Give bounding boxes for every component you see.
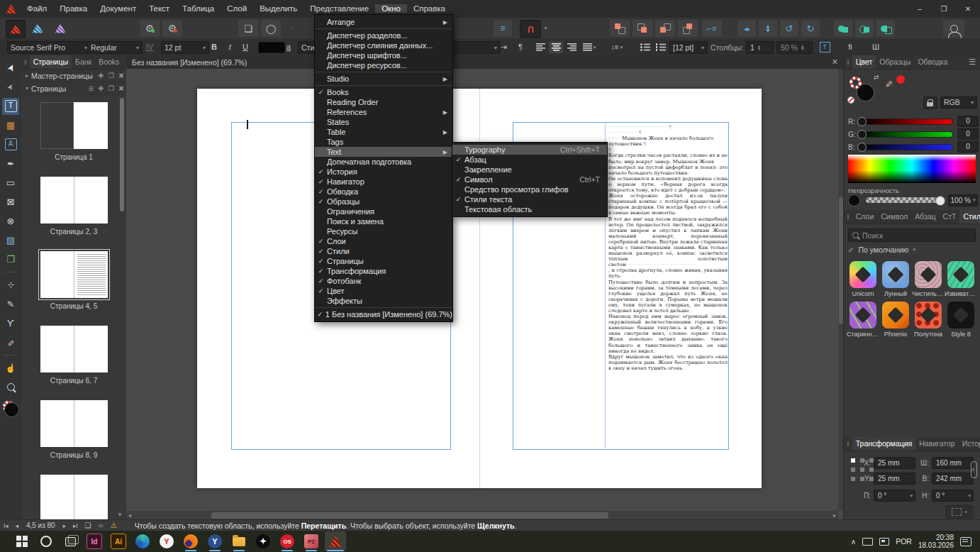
- page-thumbnail[interactable]: [40, 400, 108, 447]
- collapse-arrow-icon[interactable]: ▸: [21, 72, 31, 79]
- menubar-item-правка[interactable]: Правка: [53, 4, 94, 13]
- menu-item-обводка[interactable]: ✓Обводка: [315, 187, 452, 197]
- alignment-button[interactable]: ⌐≡: [702, 20, 722, 37]
- link-dimensions-icon[interactable]: [971, 461, 977, 478]
- numbered-list-button[interactable]: [654, 41, 668, 53]
- menubar-item-окно[interactable]: Окно: [375, 4, 407, 13]
- slider-knob[interactable]: [857, 117, 867, 126]
- menu-item-стили-текста[interactable]: ✓Стили текста: [452, 194, 607, 204]
- page-list-item[interactable]: Страницы 10, 11: [40, 475, 108, 520]
- font-family-select[interactable]: Source Serif Pro▾: [7, 41, 91, 54]
- opacity-value[interactable]: 100 %▾: [948, 194, 978, 206]
- menubar-item-выделить[interactable]: Выделить: [253, 4, 304, 13]
- menu-item-ограничения[interactable]: Ограничения: [315, 206, 452, 216]
- menu-item-слои[interactable]: ✓Слои: [315, 236, 452, 246]
- tab-слои[interactable]: Слои: [852, 210, 878, 223]
- style-swatch-извиваться[interactable]: Извиваться: [945, 261, 977, 297]
- frame-text-tool[interactable]: T: [2, 98, 19, 115]
- leading-button[interactable]: ↕≡▾: [607, 41, 627, 53]
- style-swatch-полутона[interactable]: Полутона: [912, 302, 945, 338]
- fill-stroke-indicator[interactable]: [3, 401, 18, 416]
- opacity-knob[interactable]: [935, 196, 945, 206]
- menu-item-образцы[interactable]: ✓Образцы: [315, 197, 452, 206]
- menu-item-arrange[interactable]: Arrange▶: [315, 17, 452, 27]
- rotate-cw-button[interactable]: ↻: [801, 20, 820, 37]
- tray-expand-icon[interactable]: ∧: [851, 538, 856, 546]
- move-forward-button[interactable]: [633, 20, 652, 37]
- ellipse-frame-tool[interactable]: ⊗: [2, 213, 19, 230]
- place-image-tool[interactable]: ▨: [2, 232, 19, 249]
- taskbar-affinity-publisher[interactable]: [325, 531, 346, 551]
- menu-item-диспетчер-разделов-[interactable]: Диспетчер разделов...: [315, 31, 452, 40]
- styles-category-select[interactable]: ✐ По умолчанию ▾: [848, 245, 915, 254]
- zoom-tool[interactable]: [2, 379, 19, 396]
- panel-grip-icon[interactable]: ‖: [844, 214, 852, 221]
- collapse-arrow-icon[interactable]: ▾: [21, 85, 31, 92]
- menubar-item-представление[interactable]: Представление: [304, 4, 375, 13]
- tab-история[interactable]: История: [959, 437, 980, 451]
- channel-slider[interactable]: [858, 118, 953, 125]
- menu-item-reading-order[interactable]: Reading Order: [315, 97, 452, 107]
- style-swatch-phoenix[interactable]: Phoenix: [879, 302, 912, 338]
- fill-color-well[interactable]: [857, 84, 874, 101]
- move-to-back-button[interactable]: [678, 20, 698, 37]
- tab-банк[interactable]: Банк: [72, 55, 95, 69]
- align-right-button[interactable]: [564, 41, 579, 53]
- last-page-icon[interactable]: ▸Ι: [69, 522, 82, 529]
- node-tool[interactable]: ➤: [2, 79, 19, 96]
- opacity-swatch[interactable]: [848, 194, 860, 206]
- boolean-intersect-button[interactable]: [876, 20, 895, 37]
- panel-grip-icon[interactable]: ‖: [844, 59, 852, 66]
- columns-stepper[interactable]: 1▲▼: [746, 41, 774, 54]
- taskbar-opera-os[interactable]: OS: [277, 531, 298, 551]
- move-tool[interactable]: ➤: [2, 60, 19, 77]
- tab-обводка[interactable]: Обводка: [914, 55, 951, 69]
- taskbar-yandex-browser[interactable]: Y: [156, 531, 177, 551]
- network-icon[interactable]: [879, 538, 889, 546]
- tab-страницы[interactable]: Страницы: [30, 55, 72, 69]
- color-mode-select[interactable]: RGB▾: [940, 96, 977, 109]
- duplicate-master-icon[interactable]: ❐: [106, 72, 117, 79]
- page-thumbnail[interactable]: [40, 177, 108, 223]
- taskbar-firefox[interactable]: [180, 531, 201, 551]
- delete-master-icon[interactable]: ✖: [116, 72, 126, 79]
- taskbar-copilot[interactable]: ✦: [252, 531, 274, 551]
- menu-item-текстовая-область[interactable]: Текстовая область: [452, 204, 607, 214]
- menu-item-диспетчер-шрифтов-[interactable]: Диспетчер шрифтов...: [315, 50, 452, 60]
- underline-button[interactable]: U: [239, 41, 252, 53]
- field-value[interactable]: 160 mm: [932, 457, 974, 469]
- designer-persona-button[interactable]: [51, 20, 69, 37]
- field-value[interactable]: 0 °▾: [874, 490, 915, 502]
- picture-frame-tool[interactable]: ⊠: [2, 194, 19, 211]
- tab-books[interactable]: Books: [95, 55, 123, 69]
- add-page-icon[interactable]: ✚: [96, 84, 106, 92]
- page-thumbnail[interactable]: [40, 102, 108, 149]
- margins-button[interactable]: ◯: [261, 20, 281, 37]
- snapping-button[interactable]: U: [520, 20, 541, 38]
- menubar-item-текст[interactable]: Текст: [143, 4, 176, 13]
- field-value[interactable]: 25 mm: [874, 473, 915, 485]
- taskbar-edge[interactable]: [132, 531, 153, 551]
- story-text[interactable]: ··························· ¶···········…: [608, 124, 728, 371]
- menu-item-эффекты[interactable]: Эффекты: [315, 296, 452, 306]
- italic-button[interactable]: I: [223, 41, 236, 53]
- settings-off-button[interactable]: ⚙: [162, 20, 182, 37]
- page-proxy-icon[interactable]: ❏: [82, 521, 95, 529]
- styles-search-input[interactable]: Поиск: [848, 228, 976, 242]
- lock-button[interactable]: [923, 96, 937, 109]
- page-list-item[interactable]: Страницы 6, 7: [40, 326, 108, 385]
- document-setup-button[interactable]: ❏: [238, 20, 258, 37]
- page-thumbnail[interactable]: [40, 251, 108, 298]
- add-master-icon[interactable]: ✚: [96, 72, 106, 79]
- style-swatch-unicorn[interactable]: Unicorn: [847, 261, 879, 297]
- menu-item-допечатная-подготовка[interactable]: Допечатная подготовка: [315, 157, 452, 167]
- eyedropper-icon[interactable]: ✐: [885, 78, 893, 89]
- minimize-button[interactable]: –: [908, 0, 932, 18]
- pen-tool[interactable]: ✒: [2, 155, 19, 172]
- menu-item-typography[interactable]: TypographyCtrl+Shift+T: [452, 145, 607, 155]
- menu-item-tags[interactable]: Tags: [315, 137, 452, 147]
- menubar-item-файл[interactable]: Файл: [21, 4, 53, 13]
- move-to-front-button[interactable]: [610, 20, 630, 37]
- previous-page-icon[interactable]: ◂: [12, 522, 22, 529]
- bullet-list-button[interactable]: [638, 41, 652, 53]
